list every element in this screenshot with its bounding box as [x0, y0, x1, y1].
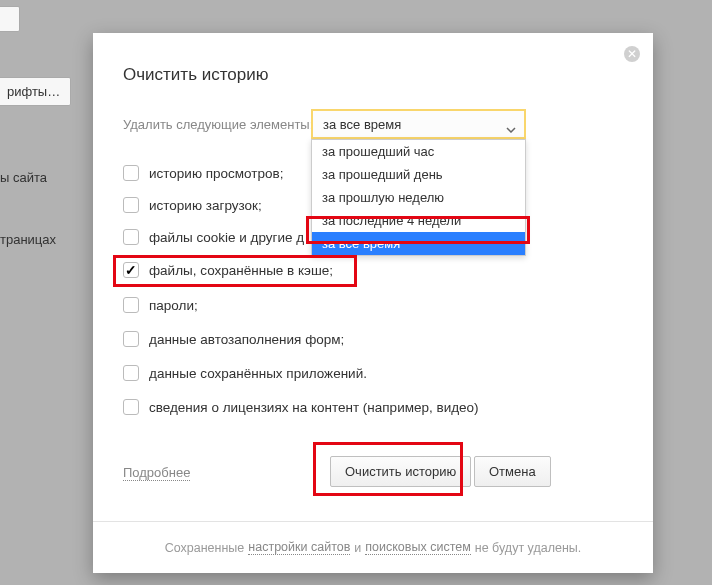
bg-partial-button-1 [0, 6, 20, 32]
row-cache[interactable]: файлы, сохранённые в кэше; [123, 262, 333, 278]
checkbox-download[interactable] [123, 197, 139, 213]
close-icon[interactable]: ✕ [624, 46, 640, 62]
checkbox-passwords[interactable] [123, 297, 139, 313]
clear-history-button[interactable]: Очистить историю [330, 456, 471, 487]
time-range-select[interactable]: за все время [311, 109, 526, 139]
option-4weeks[interactable]: за последние 4 недели [312, 209, 525, 232]
label-autofill: данные автозаполнения форм; [149, 332, 344, 347]
row-autofill[interactable]: данные автозаполнения форм; [123, 331, 344, 347]
chevron-down-icon [506, 121, 516, 136]
footer-mid: и [354, 541, 361, 555]
clear-history-dialog: ✕ Очистить историю Удалить следующие эле… [93, 33, 653, 573]
footer-link-sites[interactable]: настройки сайтов [248, 540, 350, 555]
label-cache: файлы, сохранённые в кэше; [149, 263, 333, 278]
label-licenses: сведения о лицензиях на контент (наприме… [149, 400, 479, 415]
option-day[interactable]: за прошедший день [312, 163, 525, 186]
checkbox-cookies[interactable] [123, 229, 139, 245]
option-week[interactable]: за прошлую неделю [312, 186, 525, 209]
footer-link-search[interactable]: поисковых систем [365, 540, 470, 555]
footer-pre: Сохраненные [165, 541, 245, 555]
row-passwords[interactable]: пароли; [123, 297, 198, 313]
label-appdata: данные сохранённых приложений. [149, 366, 367, 381]
row-download-history[interactable]: историю загрузок; [123, 197, 262, 213]
row-cookies[interactable]: файлы cookie и другие д [123, 229, 304, 245]
checkbox-cache[interactable] [123, 262, 139, 278]
checkbox-browsing[interactable] [123, 165, 139, 181]
bg-label-site: ы сайта [0, 170, 47, 185]
fonts-button-partial[interactable]: рифты… [0, 77, 71, 106]
option-all-time[interactable]: за все время [312, 232, 525, 255]
row-browsing-history[interactable]: историю просмотров; [123, 165, 283, 181]
checkbox-licenses[interactable] [123, 399, 139, 415]
row-appdata[interactable]: данные сохранённых приложений. [123, 365, 367, 381]
bg-label-pages: траницах [0, 232, 56, 247]
footer-post: не будут удалены. [475, 541, 581, 555]
time-range-label: Удалить следующие элементы: [123, 117, 313, 132]
cancel-button[interactable]: Отмена [474, 456, 551, 487]
more-info-link[interactable]: Подробнее [123, 465, 190, 480]
option-hour[interactable]: за прошедший час [312, 140, 525, 163]
row-licenses[interactable]: сведения о лицензиях на контент (наприме… [123, 399, 479, 415]
select-value: за все время [323, 117, 401, 132]
checkbox-autofill[interactable] [123, 331, 139, 347]
checkbox-appdata[interactable] [123, 365, 139, 381]
label-cookies: файлы cookie и другие д [149, 230, 304, 245]
label-passwords: пароли; [149, 298, 198, 313]
time-range-dropdown: за прошедший час за прошедший день за пр… [311, 139, 526, 256]
dialog-title: Очистить историю [123, 65, 268, 85]
dialog-footer: Сохраненные настройки сайтов и поисковых… [93, 521, 653, 573]
label-download: историю загрузок; [149, 198, 262, 213]
more-info-text: Подробнее [123, 465, 190, 481]
label-browsing: историю просмотров; [149, 166, 283, 181]
